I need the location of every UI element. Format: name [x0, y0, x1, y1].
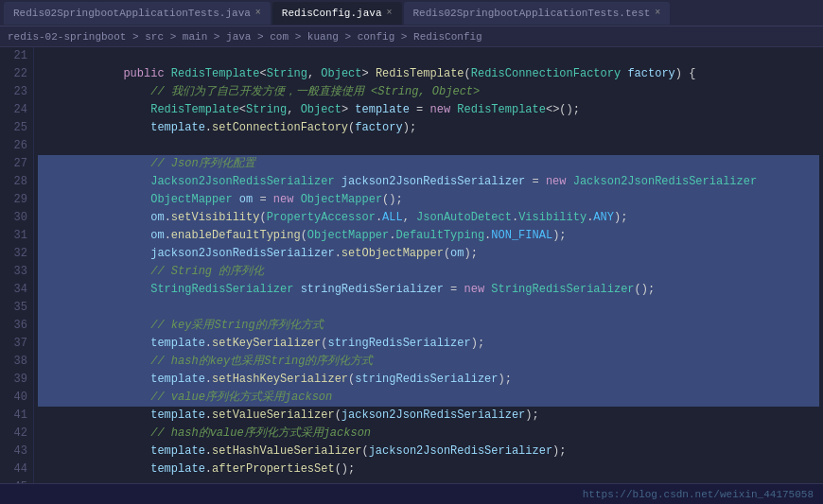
tab-close-icon[interactable]: × — [386, 8, 392, 18]
code-area: 21 22 23 24 25 26 27 28 29 30 31 32 33 3… — [0, 47, 823, 483]
tab-redisconfig[interactable]: RedisConfig.java × — [272, 2, 402, 25]
tab-bar: Redis02SpringbootApplicationTests.java ×… — [0, 0, 823, 26]
tab-close-icon[interactable]: × — [655, 8, 660, 18]
code-line-21: public RedisTemplate<String, Object> Red… — [38, 47, 819, 65]
tab-close-icon[interactable]: × — [255, 8, 261, 18]
tab-test[interactable]: Redis02SpringbootApplicationTests.test × — [404, 2, 671, 25]
code-lines[interactable]: public RedisTemplate<String, Object> Red… — [34, 47, 823, 483]
code-line-35: // key采用String的序列化方式 — [38, 299, 819, 317]
path-text: redis-02-springboot > src > main > java … — [8, 31, 482, 43]
tab-label: Redis02SpringbootApplicationTests.java — [13, 8, 251, 19]
editor-container: Redis02SpringbootApplicationTests.java ×… — [0, 0, 823, 504]
line-numbers: 21 22 23 24 25 26 27 28 29 30 31 32 33 3… — [0, 47, 34, 483]
status-bar: https://blog.csdn.net/weixin_44175058 — [0, 483, 823, 504]
tab-label: RedisConfig.java — [282, 8, 382, 19]
code-line-26: // Json序列化配置 — [38, 137, 819, 155]
path-bar: redis-02-springboot > src > main > java … — [0, 26, 823, 47]
tab-applicationtests[interactable]: Redis02SpringbootApplicationTests.java × — [4, 2, 271, 25]
watermark-text: https://blog.csdn.net/weixin_44175058 — [583, 489, 814, 500]
tab-label: Redis02SpringbootApplicationTests.test — [413, 8, 651, 19]
